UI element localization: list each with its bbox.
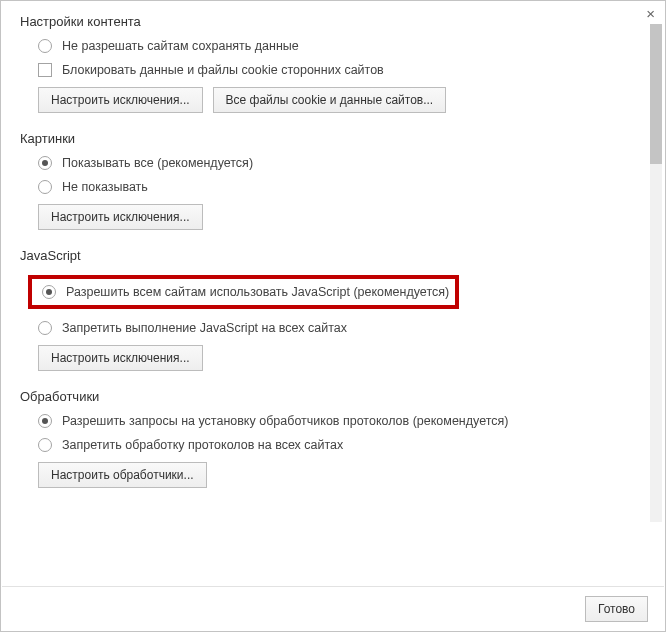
radio-icon[interactable] — [38, 438, 52, 452]
radio-row-handlers-allow[interactable]: Разрешить запросы на установку обработчи… — [38, 414, 646, 428]
radio-row-images-no-show[interactable]: Не показывать — [38, 180, 646, 194]
radio-row-no-save-data[interactable]: Не разрешать сайтам сохранять данные — [38, 39, 646, 53]
radio-label: Запретить выполнение JavaScript на всех … — [62, 321, 347, 335]
highlight-frame: Разрешить всем сайтам использовать JavaS… — [28, 275, 459, 309]
radio-label: Показывать все (рекомендуется) — [62, 156, 253, 170]
dialog-footer: Готово — [2, 586, 664, 630]
checkbox-row-block-third-party[interactable]: Блокировать данные и файлы cookie сторон… — [38, 63, 646, 77]
radio-icon[interactable] — [38, 180, 52, 194]
handlers-button[interactable]: Настроить обработчики... — [38, 462, 207, 488]
section-title-javascript: JavaScript — [20, 248, 646, 263]
radio-icon[interactable] — [38, 414, 52, 428]
done-button[interactable]: Готово — [585, 596, 648, 622]
scrollbar-thumb[interactable] — [650, 24, 662, 164]
radio-icon[interactable] — [38, 156, 52, 170]
content-settings-dialog: × Настройки контента Не разрешать сайтам… — [0, 0, 666, 632]
section-title-content-settings: Настройки контента — [20, 14, 646, 29]
radio-label: Не разрешать сайтам сохранять данные — [62, 39, 299, 53]
radio-label: Разрешить запросы на установку обработчи… — [62, 414, 508, 428]
exceptions-button-cookies[interactable]: Настроить исключения... — [38, 87, 203, 113]
all-cookies-button[interactable]: Все файлы cookie и данные сайтов... — [213, 87, 447, 113]
radio-icon[interactable] — [38, 321, 52, 335]
radio-row-js-allow[interactable]: Разрешить всем сайтам использовать JavaS… — [42, 285, 449, 299]
section-title-images: Картинки — [20, 131, 646, 146]
radio-label: Запретить обработку протоколов на всех с… — [62, 438, 343, 452]
scroll-area: Настройки контента Не разрешать сайтам с… — [2, 2, 664, 582]
radio-label: Не показывать — [62, 180, 148, 194]
checkbox-icon[interactable] — [38, 63, 52, 77]
radio-icon[interactable] — [42, 285, 56, 299]
radio-row-handlers-block[interactable]: Запретить обработку протоколов на всех с… — [38, 438, 646, 452]
exceptions-button-images[interactable]: Настроить исключения... — [38, 204, 203, 230]
section-title-handlers: Обработчики — [20, 389, 646, 404]
exceptions-button-javascript[interactable]: Настроить исключения... — [38, 345, 203, 371]
radio-row-images-show-all[interactable]: Показывать все (рекомендуется) — [38, 156, 646, 170]
checkbox-label: Блокировать данные и файлы cookie сторон… — [62, 63, 384, 77]
radio-label: Разрешить всем сайтам использовать JavaS… — [66, 285, 449, 299]
radio-row-js-block[interactable]: Запретить выполнение JavaScript на всех … — [38, 321, 646, 335]
radio-icon[interactable] — [38, 39, 52, 53]
